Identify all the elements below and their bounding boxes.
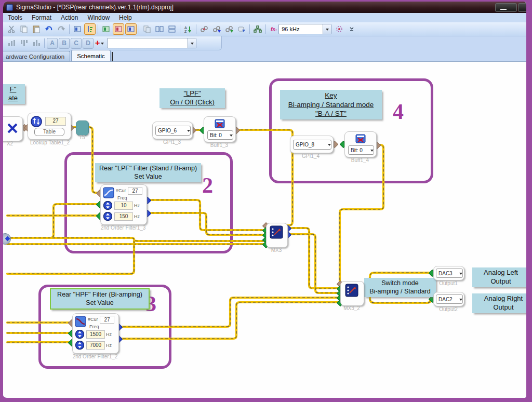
vertical-toolbox-icon[interactable] [125, 23, 137, 35]
note-analog-left-output[interactable]: Analog Left Output [472, 267, 529, 287]
note-lpf-rate[interactable]: F"ate [1, 84, 25, 104]
block-t5-tee[interactable] [76, 120, 89, 136]
dac-select[interactable]: DAC3 [436, 269, 463, 278]
freq1-field[interactable]: 1500 [86, 330, 105, 339]
cur-label: #Cur [88, 317, 98, 322]
freq2-field[interactable]: 7000 [86, 341, 105, 350]
mux-icon [270, 225, 283, 239]
minimize-button[interactable] [495, 3, 517, 12]
link-connect-icon[interactable] [223, 23, 235, 35]
block-caption: GPI1_4 [294, 153, 327, 159]
note-rear-lpf[interactable]: Rear "LPF" Filter (Stand / Bi-amp)Set Va… [95, 163, 201, 182]
block-caption: Output2 [433, 306, 463, 312]
updown-icon [103, 201, 112, 210]
table-button[interactable]: Table [34, 128, 64, 136]
hierarchy-input-port[interactable] [0, 233, 11, 245]
toolbox-icon[interactable] [100, 23, 112, 35]
freq1-field[interactable]: 10 [114, 202, 133, 210]
cur-label: #Cur [116, 188, 126, 193]
redo-icon[interactable] [56, 23, 67, 35]
hierarchy-icon[interactable] [252, 23, 263, 35]
note-switch-mode[interactable]: Switch modeBi-amping / Standard [364, 278, 436, 297]
block-lookup-table[interactable]: 27 Table [28, 113, 71, 140]
link-project-icon[interactable] [198, 23, 210, 35]
schematic-c-button[interactable]: C [71, 38, 82, 49]
horizontal-toolbox-icon[interactable] [113, 23, 124, 35]
probe-toggle-icon[interactable] [84, 23, 96, 35]
menu-help[interactable]: Help [114, 14, 137, 22]
cur-field[interactable]: 27 [100, 316, 114, 324]
block-gpi1-3[interactable]: GPIO_6 [152, 122, 193, 139]
tab-schematic[interactable]: Schematic [71, 50, 111, 61]
cut-icon[interactable] [6, 23, 17, 35]
menu-tools[interactable]: Tools [3, 14, 27, 22]
align-top-icon[interactable] [18, 37, 30, 49]
maximize-button[interactable] [518, 3, 528, 12]
block-mx3-2[interactable] [340, 281, 364, 306]
block-output2[interactable]: DAC2 [433, 292, 464, 306]
svg-text:A: A [184, 26, 187, 30]
minimize-icon [500, 9, 507, 10]
tab-hardware-configuration[interactable]: ardware Configuration [0, 51, 70, 61]
schematic-select-dropdown[interactable] [188, 38, 196, 48]
block-caption: Buff1_3 [205, 142, 234, 148]
readback-icon [355, 134, 366, 143]
bit-select[interactable]: Bit: 0 [348, 145, 374, 155]
block-filter1-2[interactable]: #Cur 27 Freq 1500 Hz 7000 Hz [72, 313, 119, 354]
updown-icon [75, 341, 84, 350]
schematic-a-button[interactable]: A [47, 38, 58, 49]
unit-label: Hz [134, 203, 140, 208]
updown-icon [103, 212, 112, 221]
menu-window[interactable]: Window [83, 14, 114, 22]
export-system-icon[interactable] [236, 23, 247, 35]
menu-action[interactable]: Action [56, 14, 83, 22]
menu-format[interactable]: Format [27, 14, 56, 22]
schematic-select[interactable] [107, 38, 196, 48]
screenshot-frame: SigmaStudio - [*DSP(rear channels).ver.1… [0, 0, 532, 402]
menu-bar: Tools Format Action Window Help [3, 13, 526, 22]
schematic-b-button[interactable]: B [59, 38, 70, 49]
add-schematic-button[interactable]: + [95, 38, 100, 48]
block-x2[interactable] [0, 116, 23, 141]
block-mx3[interactable] [266, 223, 288, 248]
link-compile-download-icon[interactable] [211, 23, 222, 35]
sample-rate-dropdown[interactable] [323, 24, 331, 34]
block-buff1-4[interactable]: Bit: 0 [344, 131, 377, 157]
settings-icon[interactable] [334, 23, 345, 35]
add-schematic-dropdown-icon[interactable] [101, 43, 104, 46]
freq-label: Freq [89, 324, 99, 329]
note-lpf-onoff[interactable]: "LPF"On / Off (Click) [159, 88, 225, 108]
align-bottom-icon[interactable] [31, 37, 42, 49]
gpio-select[interactable]: GPIO_8 [293, 140, 331, 150]
title-bar[interactable]: SigmaStudio - [*DSP(rear channels).ver.1… [3, 2, 526, 13]
cur-field[interactable]: 27 [128, 187, 142, 195]
duplicate-icon[interactable] [141, 23, 153, 35]
dac-select[interactable]: DAC2 [436, 294, 463, 304]
block-output1[interactable]: DAC3 [433, 266, 464, 280]
toolbar-overflow-icon[interactable] [346, 23, 357, 35]
schematic-d-button[interactable]: D [83, 38, 94, 49]
block-gpi1-4[interactable]: GPIO_8 [290, 136, 334, 153]
link-compile-icon[interactable] [72, 23, 83, 35]
stack-view-icon[interactable] [166, 23, 178, 35]
note-key-biamping[interactable]: Key Bi-amping / Standard mode "B-A / ST" [280, 90, 382, 119]
undo-icon[interactable] [43, 23, 55, 35]
block-caption: MX3_2 [340, 305, 363, 311]
sample-rate-select[interactable]: 96 kHz [278, 24, 331, 34]
freq2-field[interactable]: 150 [114, 212, 133, 221]
block-buff1-3[interactable]: Bit: 0 [204, 116, 236, 142]
sort-icon[interactable]: AZ [182, 23, 194, 35]
schematic-toolbar: A B C D + [3, 36, 222, 50]
block-filter1-3[interactable]: #Cur 27 Freq 10 Hz 150 Hz [100, 184, 147, 225]
note-rear-hpf[interactable]: Rear "HPF" Filter (Bi-amping)Set Value [50, 288, 150, 310]
block-caption: T5 [76, 135, 88, 140]
bit-select[interactable]: Bit: 0 [207, 130, 233, 140]
gpio-select[interactable]: GPIO_6 [155, 126, 191, 136]
align-grow-icon[interactable] [6, 37, 17, 49]
split-view-icon[interactable] [154, 23, 165, 35]
note-analog-right-output[interactable]: Analog Right Output [472, 293, 532, 313]
unit-label: Hz [134, 214, 140, 219]
paste-icon[interactable] [31, 23, 42, 35]
lookup-index-field[interactable]: 27 [45, 117, 66, 126]
copy-icon[interactable] [18, 23, 30, 35]
